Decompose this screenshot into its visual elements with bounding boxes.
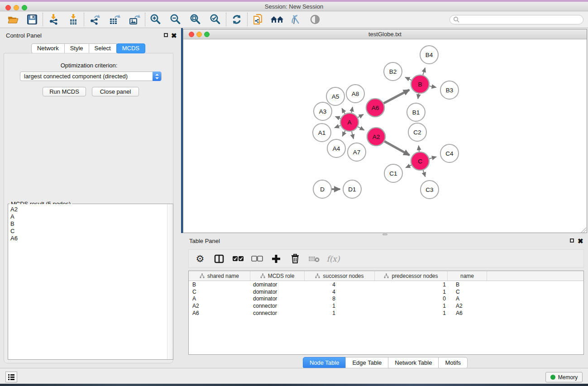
graph-node-B[interactable]: B [411,75,429,93]
tab-node-table[interactable]: Node Table [303,357,346,369]
tab-motifs[interactable]: Motifs [438,357,468,369]
memory-label: Memory [558,374,578,381]
graph-node-C[interactable]: C [411,152,429,170]
delete-column-icon[interactable] [289,253,301,265]
graph-node-A3[interactable]: A3 [314,102,332,120]
export-table-icon[interactable] [108,13,121,26]
cell: 1 [375,289,448,295]
mcds-result-item[interactable]: A2 [10,206,167,213]
horizontal-splitter-handle[interactable] [382,234,387,235]
zoom-out-icon[interactable] [169,13,182,26]
network-canvas[interactable]: AA1A2A3A4A5A6A7A8BB1B2B3B4CC1C2C3C4DD1 [183,39,587,233]
select-all-columns-icon[interactable] [232,253,244,265]
memory-button[interactable]: Memory [545,372,583,382]
task-history-button[interactable] [5,372,17,382]
graph-edge-B-B4 [423,68,425,75]
table-row[interactable]: Adominator80A [189,295,583,303]
close-panel-button[interactable]: Close panel [92,87,139,96]
table-row[interactable]: Bdominator41B [189,281,583,288]
tab-select[interactable]: Select [89,43,117,53]
mcds-result-item[interactable]: A [10,213,167,220]
mcds-result-item[interactable]: C [10,228,167,235]
tab-mcds[interactable]: MCDS [116,43,145,53]
mcds-result-list[interactable]: A2ABCA6 [8,204,167,359]
run-mcds-button[interactable]: Run MCDS [43,87,86,96]
cell: A6 [189,310,250,316]
control-panel-float-icon[interactable] [164,33,168,37]
show-hide-graphics-icon[interactable] [308,13,322,26]
graph-node-B1[interactable]: B1 [407,103,425,121]
graph-node-A8[interactable]: A8 [346,85,364,103]
column-header-MCDS-role[interactable]: MCDS role [250,271,305,281]
graph-node-B3[interactable]: B3 [440,81,459,99]
graph-node-C3[interactable]: C3 [421,181,439,199]
import-table-icon[interactable] [67,13,80,26]
mcds-result-item[interactable]: A6 [10,235,167,242]
graph-node-A6[interactable]: A6 [366,99,384,117]
column-header-name[interactable]: name [448,271,487,281]
graph-node-A2[interactable]: A2 [367,128,385,146]
graph-node-A7[interactable]: A7 [348,143,366,161]
export-network-icon[interactable] [88,13,101,26]
tab-edge-table[interactable]: Edge Table [345,357,388,369]
tab-network[interactable]: Network [31,43,65,53]
graph-node-A[interactable]: A [340,113,359,131]
cell: 4 [305,289,375,295]
table-row[interactable]: A6connector11A6 [189,310,583,317]
tab-style[interactable]: Style [64,43,89,53]
optimization-criterion-select[interactable]: largest connected component (directed) [20,71,162,81]
table-row[interactable]: Cdominator41C [189,288,583,295]
zoom-fit-icon[interactable] [189,13,202,26]
unselect-all-columns-icon[interactable] [251,253,263,265]
cell: 1 [375,303,448,309]
node-table: shared nameMCDS rolesuccessor nodesprede… [188,271,584,355]
apply-layout-refresh-icon[interactable] [230,13,244,26]
graph-node-C4[interactable]: C4 [440,144,459,162]
save-session-icon[interactable] [25,13,39,26]
graph-node-B2[interactable]: B2 [384,62,402,81]
graph-node-D1[interactable]: D1 [343,180,361,198]
show-columns-icon[interactable] [213,253,225,265]
graph-node-A5[interactable]: A5 [326,87,344,105]
zoom-in-icon[interactable] [149,13,163,26]
table-panel-close-icon[interactable]: ✖ [578,238,583,244]
svg-text:B3: B3 [446,87,454,94]
home-pair-icon[interactable] [270,13,284,26]
delete-table-icon[interactable] [308,253,320,265]
clone-network-icon[interactable] [251,13,265,26]
control-panel-close-icon[interactable]: ✖ [171,33,177,38]
graph-node-B4[interactable]: B4 [420,46,438,64]
svg-text:B4: B4 [425,52,433,58]
table-settings-gear-icon[interactable]: ⚙ [194,253,206,265]
desktop-strip-bottom [0,384,588,386]
graph-node-D[interactable]: D [313,180,331,198]
table-row[interactable]: A2connector11A2 [189,302,583,310]
network-window-titlebar[interactable]: testGlobe.txt [183,29,587,39]
canvas-resize-grip[interactable] [581,228,586,233]
graph-edge-A-A5 [342,108,345,114]
export-image-icon[interactable] [128,13,141,26]
column-header-shared-name[interactable]: shared name [189,271,250,281]
create-column-icon[interactable] [270,253,282,265]
import-network-icon[interactable] [47,13,60,26]
graph-node-C2[interactable]: C2 [408,123,426,141]
zoom-selected-icon[interactable] [209,13,222,26]
mcds-list-scrollbar[interactable] [167,204,173,359]
column-header-predecessor-nodes[interactable]: predecessor nodes [375,271,448,281]
gene-function-icon[interactable]: f [289,13,303,26]
search-input[interactable] [449,15,583,24]
svg-text:C1: C1 [389,170,397,177]
control-panel-tabs: NetworkStyleSelectMCDS [0,43,177,53]
mcds-result-item[interactable]: B [10,220,167,228]
open-session-icon[interactable] [6,13,20,26]
tab-network-table[interactable]: Network Table [388,357,439,369]
cell: C [448,289,487,295]
node-table-header: shared nameMCDS rolesuccessor nodesprede… [189,271,583,281]
graph-node-C1[interactable]: C1 [384,164,402,182]
graph-node-A4[interactable]: A4 [327,139,345,157]
function-builder-icon[interactable]: f(x) [327,253,339,265]
column-header-successor-nodes[interactable]: successor nodes [305,271,375,281]
table-panel-float-icon[interactable] [570,238,574,243]
cell: A2 [448,303,487,309]
graph-node-A1[interactable]: A1 [313,124,331,142]
